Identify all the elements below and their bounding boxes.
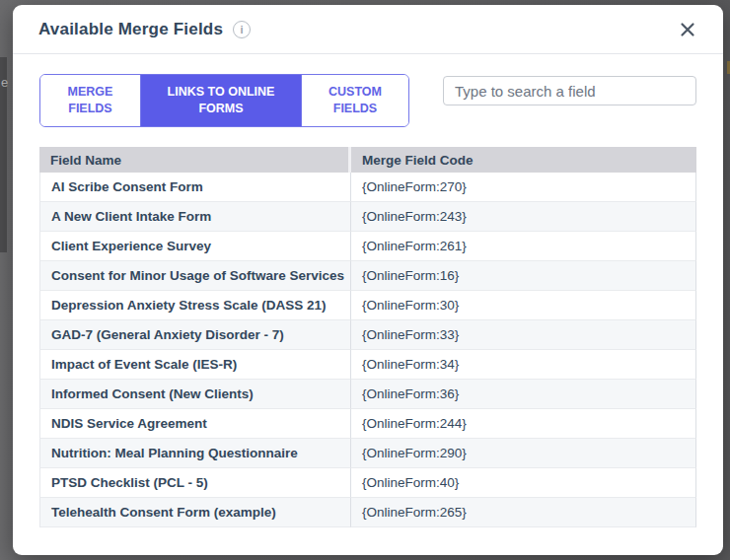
close-button[interactable]	[678, 20, 697, 39]
field-name-cell: Depression Anxiety Stress Scale (DASS 21…	[39, 291, 351, 320]
table-body: AI Scribe Consent Form {OnlineForm:270} …	[39, 173, 696, 527]
tab-links-to-online-forms[interactable]: LINKS TO ONLINE FORMS	[140, 75, 301, 126]
merge-code-cell: {OnlineForm:261}	[351, 232, 696, 261]
tab-merge-fields[interactable]: MERGE FIELDS	[40, 75, 140, 126]
table-row[interactable]: NDIS Service Agreement {OnlineForm:244}	[39, 409, 696, 439]
info-icon[interactable]: i	[233, 21, 251, 38]
merge-code-cell: {OnlineForm:290}	[351, 439, 696, 468]
search-input[interactable]	[443, 76, 696, 105]
tab-group: MERGE FIELDS LINKS TO ONLINE FORMS CUSTO…	[39, 74, 409, 127]
table-row[interactable]: AI Scribe Consent Form {OnlineForm:270}	[39, 173, 696, 202]
field-name-cell: Consent for Minor Usage of Software Serv…	[39, 261, 351, 291]
field-name-cell: Nutrition: Meal Planning Questionnaire	[39, 439, 351, 468]
field-name-cell: PTSD Checklist (PCL - 5)	[39, 468, 351, 498]
table-row[interactable]: Client Experience Survey {OnlineForm:261…	[39, 232, 696, 261]
dialog-title: Available Merge Fields	[38, 20, 223, 39]
field-name-cell: A New Client Intake Form	[39, 202, 351, 232]
merge-fields-table: Field Name Merge Field Code AI Scribe Co…	[39, 147, 696, 527]
table-row[interactable]: Informed Consent (New Clients) {OnlineFo…	[39, 380, 696, 409]
table-row[interactable]: Impact of Event Scale (IES-R) {OnlineFor…	[39, 350, 696, 380]
merge-code-cell: {OnlineForm:34}	[351, 350, 696, 380]
table-row[interactable]: Nutrition: Meal Planning Questionnaire {…	[39, 439, 696, 468]
merge-code-cell: {OnlineForm:244}	[351, 409, 696, 439]
tab-custom-fields[interactable]: CUSTOM FIELDS	[301, 75, 408, 126]
close-icon	[680, 22, 695, 37]
column-header-field-name: Field Name	[39, 147, 351, 173]
field-name-cell: Informed Consent (New Clients)	[39, 380, 351, 409]
dialog-body: MERGE FIELDS LINKS TO ONLINE FORMS CUSTO…	[13, 54, 723, 527]
merge-code-cell: {OnlineForm:40}	[351, 468, 696, 498]
dialog-header: Available Merge Fields i	[13, 5, 723, 54]
table-row[interactable]: PTSD Checklist (PCL - 5) {OnlineForm:40}	[39, 468, 696, 498]
field-name-cell: GAD-7 (General Anxiety Disorder - 7)	[39, 320, 351, 350]
table-row[interactable]: Depression Anxiety Stress Scale (DASS 21…	[39, 291, 696, 320]
column-header-merge-field-code: Merge Field Code	[351, 147, 696, 173]
merge-code-cell: {OnlineForm:36}	[351, 380, 696, 409]
field-name-cell: Client Experience Survey	[39, 232, 351, 261]
merge-code-cell: {OnlineForm:33}	[351, 320, 696, 350]
table-row[interactable]: GAD-7 (General Anxiety Disorder - 7) {On…	[39, 320, 696, 350]
field-name-cell: NDIS Service Agreement	[39, 409, 351, 439]
table-header: Field Name Merge Field Code	[39, 147, 696, 173]
merge-code-cell: {OnlineForm:270}	[351, 173, 696, 202]
table-row[interactable]: Telehealth Consent Form (example) {Onlin…	[39, 498, 696, 527]
field-name-cell: Telehealth Consent Form (example)	[39, 498, 351, 527]
controls-row: MERGE FIELDS LINKS TO ONLINE FORMS CUSTO…	[39, 74, 696, 127]
table-row[interactable]: A New Client Intake Form {OnlineForm:243…	[39, 202, 696, 232]
merge-code-cell: {OnlineForm:243}	[351, 202, 696, 232]
table-row[interactable]: Consent for Minor Usage of Software Serv…	[39, 261, 696, 291]
merge-code-cell: {OnlineForm:265}	[351, 498, 696, 527]
merge-code-cell: {OnlineForm:16}	[351, 261, 696, 291]
background-page-text-fragment: e	[1, 75, 8, 90]
merge-code-cell: {OnlineForm:30}	[351, 291, 696, 320]
available-merge-fields-dialog: Available Merge Fields i MERGE FIELDS LI…	[13, 5, 723, 555]
field-name-cell: Impact of Event Scale (IES-R)	[39, 350, 351, 380]
field-name-cell: AI Scribe Consent Form	[39, 173, 351, 202]
